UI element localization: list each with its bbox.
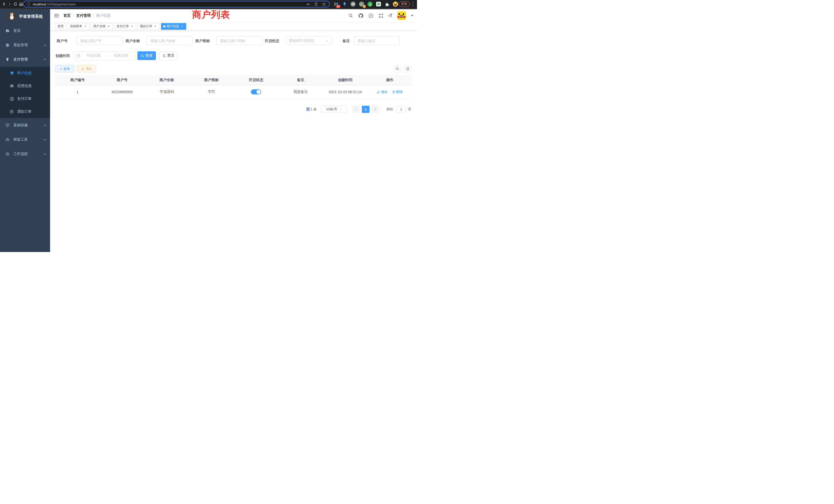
app-title: 芋道管理系统 [19,14,43,19]
close-icon[interactable]: × [130,25,134,28]
sidebar-item-home[interactable]: 首页 [0,24,50,38]
avatar-caret-icon[interactable] [411,15,413,17]
sidebar-item-refund-order[interactable]: 退款订单 [0,105,50,118]
show-search-toggle-button[interactable] [394,65,401,73]
browser-back-button[interactable] [2,2,7,7]
extension-badge-orange: 1 [363,5,366,8]
delete-link[interactable]: 删除 [392,90,403,94]
monitor-icon [5,123,10,127]
sidebar-item-label: 基础设施 [13,123,28,128]
sidebar-item-workflow[interactable]: 工作流程 [0,147,50,161]
yen-circle-icon [9,97,14,101]
sidebar-item-infrastructure[interactable]: 基础设施 [0,118,50,132]
chevron-down-icon [43,124,46,127]
export-button[interactable]: 导出 [77,65,96,72]
sidebar-item-payment[interactable]: ¥ 支付管理 [0,52,50,67]
remark-input-wrap [354,37,400,45]
goto-page-input[interactable] [396,106,406,113]
site-info-icon[interactable]: i [27,2,30,6]
chrome-update-button[interactable]: 更新 [398,1,410,7]
extension-icons: 10 ⌘ 1 y [333,1,398,7]
sidebar-item-label: 应用信息 [17,84,31,88]
status-toggle[interactable] [251,89,261,94]
extension-gem-icon[interactable] [342,1,347,7]
chrome-menu-icon[interactable] [412,2,413,6]
chevron-down-icon [43,153,46,156]
sidebar-item-label: 首页 [13,28,21,33]
merchant-no-input-wrap [76,37,123,45]
chevron-down-icon [43,138,46,141]
close-icon[interactable]: × [154,25,157,28]
calendar-icon [76,54,80,58]
status-select[interactable]: 请选择开启状态 [286,37,332,45]
browser-home-button[interactable] [19,2,24,7]
header-search-icon[interactable] [348,13,353,18]
table-row: 1 M233666999 芋道源码 芋艿 我是备注 2021-10-23 08:… [55,85,412,98]
col-short-name: 商户简称 [189,75,234,85]
pagination-total: 共 1 条 [306,106,316,113]
bookmark-star-icon[interactable] [322,2,326,6]
font-size-icon[interactable]: TT [388,14,392,18]
avatar[interactable] [397,11,406,20]
remark-input[interactable] [357,39,396,43]
sidebar-item-label: 工作流程 [13,152,28,156]
hamburger-icon[interactable] [54,13,59,19]
prev-page-button[interactable] [352,106,360,113]
short-name-label: 商户简称 [187,37,210,45]
merchant-no-input[interactable] [80,39,119,43]
refresh-table-button[interactable] [404,65,412,73]
sidebar-item-dev-tools[interactable]: 研发工具 [0,132,50,147]
sidebar-item-app-info[interactable]: 应用信息 [0,79,50,92]
password-key-icon[interactable] [306,2,310,6]
address-bar[interactable]: i localhost:1024/pay/merchant [23,1,330,7]
tab-process-form[interactable]: 流程表单× [68,23,89,30]
status-label: 开启状态 [257,37,279,45]
help-icon[interactable]: ? [368,13,373,18]
short-name-input[interactable] [220,39,259,43]
tab-pay-order[interactable]: 支付订单× [114,23,136,30]
extension-y-icon[interactable]: y [367,1,373,7]
browser-forward-button[interactable] [7,2,12,7]
tab-merchant-info[interactable]: 商户信息× [161,23,186,30]
col-full-name: 商户全称 [145,75,189,85]
page-number-current[interactable]: 1 [362,106,370,113]
search-button[interactable]: 搜索 [137,51,156,60]
yen-icon: ¥ [5,58,10,62]
extensions-puzzle-icon[interactable] [384,1,390,7]
reset-button[interactable]: 重置 [159,51,178,60]
extension-emoji-icon[interactable] [393,1,398,7]
col-create-time: 创建时间 [323,75,368,85]
full-name-input[interactable] [150,39,189,43]
extension-command-icon[interactable]: ⌘ [350,1,356,7]
gear-icon [5,43,10,47]
close-icon[interactable]: × [107,25,110,28]
github-icon[interactable] [358,13,363,18]
sidebar-item-pay-order[interactable]: 支付订单 [0,92,50,105]
store-icon [9,71,14,75]
cell-merchant-id: 1 [55,85,100,98]
close-icon[interactable]: × [84,25,87,28]
extension-sliders-icon[interactable]: 10 [333,1,339,7]
page-size-select[interactable]: 10条/页 [321,106,347,113]
breadcrumb-home[interactable]: 首页 [63,13,71,18]
create-time-range-picker[interactable]: 开始日期 - 结束日期 [74,51,135,60]
breadcrumb-section[interactable]: 支付管理 [76,13,91,18]
next-page-button[interactable] [371,106,379,113]
extension-status-icon[interactable]: 1 [359,1,364,7]
extension-note-icon[interactable] [376,1,381,7]
fullscreen-icon[interactable] [378,13,383,18]
browser-reload-button[interactable] [13,2,18,7]
tab-refund-order[interactable]: 退款订单× [138,23,159,30]
edit-link[interactable]: 修改 [377,90,388,94]
close-icon[interactable]: × [180,25,184,28]
sidebar-item-merchant-info[interactable]: 商户信息 [0,67,50,79]
briefcase-icon [5,152,10,156]
share-icon[interactable] [314,2,318,6]
app-navbar: 首页 / 支付管理 / 商户信息 ? TT [50,9,417,22]
tab-home[interactable]: 首页 [55,23,66,30]
add-button[interactable]: + 新增 [55,65,74,72]
create-time-label: 创建时间 [47,51,70,60]
app-logo[interactable]: 芋道管理系统 [0,9,50,24]
tab-user-group[interactable]: 用户分组× [91,23,113,30]
sidebar-item-system[interactable]: 系统管理 [0,38,50,52]
